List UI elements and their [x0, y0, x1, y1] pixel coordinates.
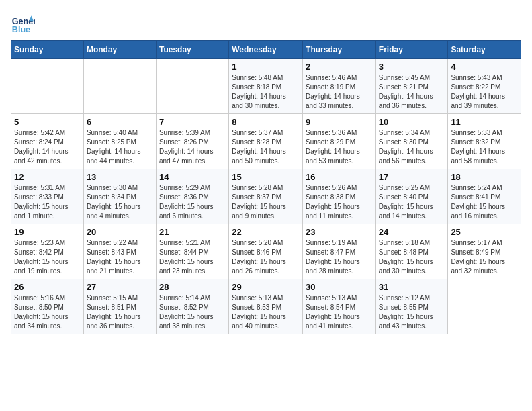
day-info: Sunrise: 5:45 AM Sunset: 8:21 PM Dayligh…	[379, 73, 445, 111]
calendar-cell: 29Sunrise: 5:13 AM Sunset: 8:53 PM Dayli…	[229, 279, 303, 334]
calendar-cell: 30Sunrise: 5:13 AM Sunset: 8:54 PM Dayli…	[303, 279, 376, 334]
day-number: 24	[379, 227, 445, 237]
day-info: Sunrise: 5:39 AM Sunset: 8:26 PM Dayligh…	[159, 128, 226, 166]
calendar-week-2: 5Sunrise: 5:42 AM Sunset: 8:24 PM Daylig…	[11, 114, 521, 169]
calendar-cell: 6Sunrise: 5:40 AM Sunset: 8:25 PM Daylig…	[83, 114, 156, 169]
day-number: 6	[87, 117, 153, 127]
day-number: 17	[379, 172, 445, 182]
day-info: Sunrise: 5:48 AM Sunset: 8:18 PM Dayligh…	[232, 73, 300, 111]
day-number: 18	[451, 172, 518, 182]
day-number: 19	[14, 227, 81, 237]
day-info: Sunrise: 5:18 AM Sunset: 8:48 PM Dayligh…	[379, 238, 445, 276]
calendar-cell: 26Sunrise: 5:16 AM Sunset: 8:50 PM Dayli…	[11, 279, 84, 334]
calendar-cell: 2Sunrise: 5:46 AM Sunset: 8:19 PM Daylig…	[303, 59, 376, 114]
calendar-cell: 31Sunrise: 5:12 AM Sunset: 8:55 PM Dayli…	[375, 279, 448, 334]
day-info: Sunrise: 5:22 AM Sunset: 8:43 PM Dayligh…	[87, 238, 153, 276]
day-info: Sunrise: 5:29 AM Sunset: 8:36 PM Dayligh…	[159, 183, 226, 221]
day-number: 3	[379, 62, 445, 72]
day-info: Sunrise: 5:46 AM Sunset: 8:19 PM Dayligh…	[306, 73, 373, 111]
calendar-cell: 5Sunrise: 5:42 AM Sunset: 8:24 PM Daylig…	[11, 114, 84, 169]
calendar-cell: 27Sunrise: 5:15 AM Sunset: 8:51 PM Dayli…	[83, 279, 156, 334]
weekday-monday: Monday	[83, 41, 156, 59]
calendar-cell: 19Sunrise: 5:23 AM Sunset: 8:42 PM Dayli…	[11, 224, 84, 279]
calendar-cell: 9Sunrise: 5:36 AM Sunset: 8:29 PM Daylig…	[303, 114, 376, 169]
weekday-header-row: SundayMondayTuesdayWednesdayThursdayFrid…	[11, 41, 521, 59]
calendar-cell: 12Sunrise: 5:31 AM Sunset: 8:33 PM Dayli…	[11, 169, 84, 224]
day-number: 15	[232, 172, 300, 182]
day-number: 21	[159, 227, 226, 237]
calendar-cell: 17Sunrise: 5:25 AM Sunset: 8:40 PM Dayli…	[375, 169, 448, 224]
day-info: Sunrise: 5:42 AM Sunset: 8:24 PM Dayligh…	[14, 128, 81, 166]
day-number: 12	[14, 172, 81, 182]
calendar-cell: 21Sunrise: 5:21 AM Sunset: 8:44 PM Dayli…	[156, 224, 228, 279]
calendar-cell	[156, 59, 228, 114]
calendar-cell: 3Sunrise: 5:45 AM Sunset: 8:21 PM Daylig…	[375, 59, 448, 114]
calendar-cell: 15Sunrise: 5:28 AM Sunset: 8:37 PM Dayli…	[229, 169, 303, 224]
day-info: Sunrise: 5:13 AM Sunset: 8:54 PM Dayligh…	[306, 293, 373, 331]
day-number: 14	[159, 172, 226, 182]
day-info: Sunrise: 5:25 AM Sunset: 8:40 PM Dayligh…	[379, 183, 445, 221]
day-info: Sunrise: 5:20 AM Sunset: 8:46 PM Dayligh…	[232, 238, 300, 276]
day-info: Sunrise: 5:23 AM Sunset: 8:42 PM Dayligh…	[14, 238, 81, 276]
calendar-cell: 4Sunrise: 5:43 AM Sunset: 8:22 PM Daylig…	[448, 59, 521, 114]
day-number: 22	[232, 227, 300, 237]
calendar-cell: 24Sunrise: 5:18 AM Sunset: 8:48 PM Dayli…	[375, 224, 448, 279]
calendar-cell	[11, 59, 84, 114]
day-number: 10	[379, 117, 445, 127]
day-number: 11	[451, 117, 518, 127]
day-number: 8	[232, 117, 300, 127]
weekday-sunday: Sunday	[11, 41, 84, 59]
day-info: Sunrise: 5:30 AM Sunset: 8:34 PM Dayligh…	[87, 183, 153, 221]
calendar-week-5: 26Sunrise: 5:16 AM Sunset: 8:50 PM Dayli…	[11, 279, 521, 334]
day-info: Sunrise: 5:43 AM Sunset: 8:22 PM Dayligh…	[451, 73, 518, 111]
calendar-week-1: 1Sunrise: 5:48 AM Sunset: 8:18 PM Daylig…	[11, 59, 521, 114]
svg-text:Blue: Blue	[12, 25, 30, 34]
day-number: 5	[14, 117, 81, 127]
calendar-cell: 13Sunrise: 5:30 AM Sunset: 8:34 PM Dayli…	[83, 169, 156, 224]
calendar-cell: 28Sunrise: 5:14 AM Sunset: 8:52 PM Dayli…	[156, 279, 228, 334]
weekday-saturday: Saturday	[448, 41, 521, 59]
calendar-cell	[448, 279, 521, 334]
day-number: 26	[14, 282, 81, 292]
calendar-body: 1Sunrise: 5:48 AM Sunset: 8:18 PM Daylig…	[11, 59, 521, 334]
day-info: Sunrise: 5:16 AM Sunset: 8:50 PM Dayligh…	[14, 293, 81, 331]
day-info: Sunrise: 5:19 AM Sunset: 8:47 PM Dayligh…	[306, 238, 373, 276]
calendar-cell: 10Sunrise: 5:34 AM Sunset: 8:30 PM Dayli…	[375, 114, 448, 169]
weekday-friday: Friday	[375, 41, 448, 59]
day-info: Sunrise: 5:21 AM Sunset: 8:44 PM Dayligh…	[159, 238, 226, 276]
day-number: 25	[451, 227, 518, 237]
day-number: 7	[159, 117, 226, 127]
day-number: 16	[306, 172, 373, 182]
day-info: Sunrise: 5:13 AM Sunset: 8:53 PM Dayligh…	[232, 293, 300, 331]
day-info: Sunrise: 5:33 AM Sunset: 8:32 PM Dayligh…	[451, 128, 518, 166]
day-info: Sunrise: 5:31 AM Sunset: 8:33 PM Dayligh…	[14, 183, 81, 221]
day-number: 27	[87, 282, 153, 292]
day-info: Sunrise: 5:37 AM Sunset: 8:28 PM Dayligh…	[232, 128, 300, 166]
day-info: Sunrise: 5:24 AM Sunset: 8:41 PM Dayligh…	[451, 183, 518, 221]
day-info: Sunrise: 5:14 AM Sunset: 8:52 PM Dayligh…	[159, 293, 226, 331]
calendar-cell: 18Sunrise: 5:24 AM Sunset: 8:41 PM Dayli…	[448, 169, 521, 224]
weekday-wednesday: Wednesday	[229, 41, 303, 59]
day-info: Sunrise: 5:17 AM Sunset: 8:49 PM Dayligh…	[451, 238, 518, 276]
calendar-cell: 11Sunrise: 5:33 AM Sunset: 8:32 PM Dayli…	[448, 114, 521, 169]
calendar-week-3: 12Sunrise: 5:31 AM Sunset: 8:33 PM Dayli…	[11, 169, 521, 224]
calendar-week-4: 19Sunrise: 5:23 AM Sunset: 8:42 PM Dayli…	[11, 224, 521, 279]
calendar-cell: 1Sunrise: 5:48 AM Sunset: 8:18 PM Daylig…	[229, 59, 303, 114]
day-number: 9	[306, 117, 373, 127]
day-info: Sunrise: 5:12 AM Sunset: 8:55 PM Dayligh…	[379, 293, 445, 331]
day-number: 28	[159, 282, 226, 292]
calendar-cell: 22Sunrise: 5:20 AM Sunset: 8:46 PM Dayli…	[229, 224, 303, 279]
day-number: 13	[87, 172, 153, 182]
day-number: 29	[232, 282, 300, 292]
logo: General Blue	[11, 11, 40, 35]
calendar-cell: 20Sunrise: 5:22 AM Sunset: 8:43 PM Dayli…	[83, 224, 156, 279]
calendar-cell: 23Sunrise: 5:19 AM Sunset: 8:47 PM Dayli…	[303, 224, 376, 279]
day-info: Sunrise: 5:34 AM Sunset: 8:30 PM Dayligh…	[379, 128, 445, 166]
calendar-table: SundayMondayTuesdayWednesdayThursdayFrid…	[11, 40, 521, 334]
day-info: Sunrise: 5:26 AM Sunset: 8:38 PM Dayligh…	[306, 183, 373, 221]
weekday-thursday: Thursday	[303, 41, 376, 59]
day-number: 23	[306, 227, 373, 237]
day-number: 1	[232, 62, 300, 72]
calendar-cell: 8Sunrise: 5:37 AM Sunset: 8:28 PM Daylig…	[229, 114, 303, 169]
day-number: 2	[306, 62, 373, 72]
